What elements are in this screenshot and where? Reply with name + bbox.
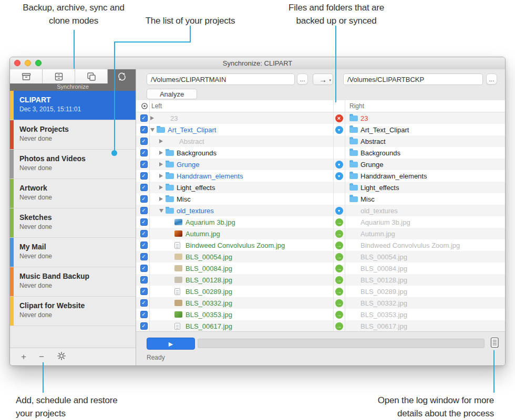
disclosure-triangle[interactable]: [150, 116, 154, 120]
project-row[interactable]: ArtworkNever done: [10, 179, 136, 208]
file-row[interactable]: ✓BLS_00084.jpg→BLS_00084.jpg: [136, 262, 505, 274]
project-name: Photos and Videos: [19, 154, 136, 163]
file-row[interactable]: ✓BLS_00617.jpg→BLS_00617.jpg: [136, 320, 505, 332]
row-checkbox[interactable]: ✓: [140, 322, 148, 330]
clone-mode-tab[interactable]: [75, 69, 108, 83]
open-log-button[interactable]: [489, 337, 500, 350]
file-row[interactable]: ✓old_textures▼old_textures: [136, 205, 505, 216]
row-checkbox[interactable]: ✓: [140, 218, 148, 226]
file-name-right: BLS_00353.jpg: [360, 311, 407, 319]
file-name-left: BLS_00332.jpg: [186, 299, 232, 307]
file-row[interactable]: ✓BLS_00353.jpg→BLS_00353.jpg: [136, 309, 505, 320]
file-row[interactable]: ✓23×23: [136, 112, 505, 124]
row-checkbox[interactable]: ✓: [140, 172, 148, 180]
sync-selection-icon: [140, 102, 149, 112]
file-name-left: BLS_00353.jpg: [186, 311, 232, 319]
browse-destination-button[interactable]: ...: [486, 74, 497, 85]
file-name-right: Abstract: [360, 138, 386, 145]
row-checkbox[interactable]: ✓: [140, 138, 148, 145]
disclosure-triangle[interactable]: [159, 185, 163, 190]
disclosure-triangle[interactable]: [159, 151, 163, 155]
row-checkbox[interactable]: ✓: [140, 207, 148, 214]
window-content: Synchronize CLIPARTDec 3, 2015, 15:11:01…: [10, 69, 505, 365]
callout-line-projects-v1: [190, 26, 191, 43]
app-window: Synchronize: CLIPART: [9, 57, 506, 366]
file-row[interactable]: ✓BLS_00128.jpg→BLS_00128.jpg: [136, 274, 505, 286]
file-row[interactable]: ✓Grunge▼Grunge: [136, 159, 505, 170]
file-name-left: Misc: [177, 195, 191, 203]
annotation-line-text: your projects: [16, 407, 152, 420]
image-thumbnail-icon: [174, 230, 182, 237]
row-checkbox[interactable]: ✓: [140, 149, 148, 156]
analyze-button[interactable]: Analyze: [147, 89, 197, 99]
project-row[interactable]: CLIPARTDec 3, 2015, 15:11:01: [10, 91, 136, 120]
file-name-left: Bindweed Convolvulus Zoom.jpg: [186, 242, 285, 249]
row-checkbox[interactable]: ✓: [140, 230, 148, 237]
project-row[interactable]: Clipart for WebsiteNever done: [10, 297, 136, 326]
start-sync-button[interactable]: ▶: [147, 338, 195, 350]
project-row[interactable]: Music Band BackupNever done: [10, 267, 136, 297]
file-name-left: Handdrawn_elements: [177, 172, 243, 180]
remove-project-button[interactable]: −: [39, 352, 44, 361]
file-row[interactable]: ✓MiscMisc: [136, 193, 505, 205]
browse-source-button[interactable]: ...: [297, 74, 308, 85]
project-settings-button[interactable]: [57, 351, 66, 362]
backup-mode-tab[interactable]: [10, 69, 43, 83]
title-bar[interactable]: Synchronize: CLIPART: [10, 57, 505, 70]
disclosure-triangle[interactable]: [150, 128, 154, 132]
disclosure-triangle[interactable]: [159, 197, 163, 201]
project-status: Never done: [19, 135, 136, 142]
project-row[interactable]: SketchesNever done: [10, 208, 136, 238]
backup-box-icon: [20, 71, 32, 82]
disclosure-triangle[interactable]: [159, 139, 163, 143]
annotation-add-schedule: Add, schedule and restoreyour projects: [16, 394, 152, 420]
synchronize-mode-tab[interactable]: [108, 69, 136, 83]
file-row[interactable]: ✓Handdrawn_elements▼Handdrawn_elements: [136, 170, 505, 182]
file-name-left: BLS_00054.jpg: [186, 253, 232, 261]
row-checkbox[interactable]: ✓: [140, 184, 148, 191]
disclosure-triangle[interactable]: [159, 162, 163, 166]
file-row[interactable]: ✓BackgroundsBackgrounds: [136, 147, 505, 159]
destination-path-field[interactable]: [343, 74, 483, 85]
left-column-header: Left: [151, 102, 162, 110]
row-checkbox[interactable]: ✓: [140, 126, 148, 133]
file-row[interactable]: ✓Art_Text_Clipart▼Art_Text_Clipart: [136, 124, 505, 135]
row-checkbox[interactable]: ✓: [140, 195, 148, 203]
folder-icon: [349, 185, 358, 191]
archive-mode-tab[interactable]: [43, 69, 75, 83]
status-update-icon: ▼: [335, 126, 343, 134]
project-name: Sketches: [19, 213, 136, 222]
row-checkbox[interactable]: ✓: [140, 161, 148, 168]
file-row[interactable]: ✓BLS_00289.jpg→BLS_00289.jpg: [136, 286, 505, 297]
add-project-button[interactable]: +: [21, 352, 26, 361]
row-checkbox[interactable]: ✓: [140, 276, 148, 284]
project-row[interactable]: My MailNever done: [10, 238, 136, 267]
source-path-field[interactable]: [147, 74, 295, 85]
image-thumbnail-icon: [174, 300, 182, 306]
play-icon: ▶: [169, 341, 173, 347]
row-checkbox[interactable]: ✓: [140, 265, 148, 272]
file-row[interactable]: ✓Light_effectsLight_effects: [136, 182, 505, 193]
row-checkbox[interactable]: ✓: [140, 288, 148, 295]
disclosure-triangle[interactable]: [159, 174, 163, 178]
file-row[interactable]: ✓BLS_00332.jpg→BLS_00332.jpg: [136, 297, 505, 309]
row-checkbox[interactable]: ✓: [140, 242, 148, 249]
file-row[interactable]: ✓Bindweed Convolvulus Zoom.jpg→Bindweed …: [136, 239, 505, 251]
file-row[interactable]: ✓Aquarium 3b.jpg→Aquarium 3b.jpg: [136, 216, 505, 228]
file-name-left: BLS_00617.jpg: [186, 322, 232, 330]
file-name-left: BLS_00128.jpg: [186, 276, 232, 284]
file-row[interactable]: ✓BLS_00054.jpg→BLS_00054.jpg: [136, 251, 505, 262]
disclosure-triangle[interactable]: [159, 209, 163, 213]
folder-icon: [166, 196, 174, 202]
file-name-right: Backgrounds: [360, 149, 400, 157]
row-checkbox[interactable]: ✓: [140, 253, 148, 260]
file-name-left: Aquarium 3b.jpg: [186, 218, 235, 226]
project-row[interactable]: Work ProjectsNever done: [10, 120, 136, 150]
row-checkbox[interactable]: ✓: [140, 299, 148, 307]
sync-direction-button[interactable]: →▾: [313, 74, 333, 85]
project-status: Never done: [19, 194, 136, 201]
file-row[interactable]: ✓Autumn.jpg→Autumn.jpg: [136, 228, 505, 239]
row-checkbox[interactable]: ✓: [140, 311, 148, 318]
file-row[interactable]: ✓AbstractAbstract: [136, 135, 505, 147]
row-checkbox[interactable]: ✓: [140, 114, 148, 122]
